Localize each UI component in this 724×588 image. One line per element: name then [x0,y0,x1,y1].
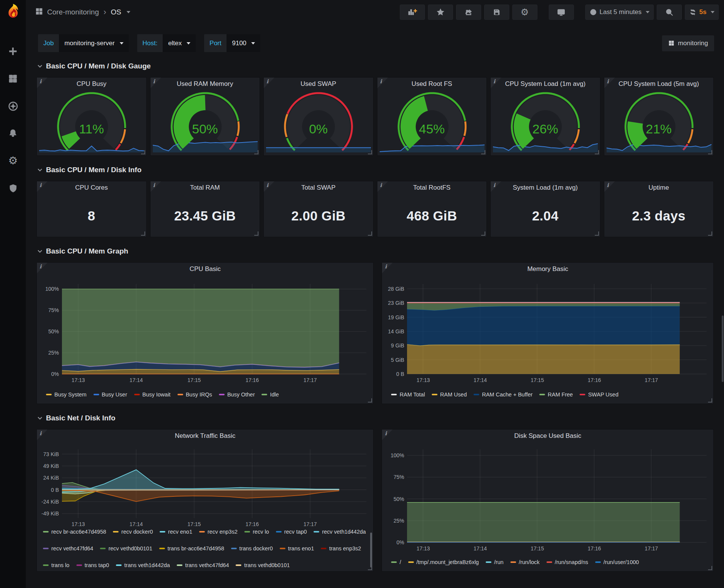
panel-info-corner[interactable] [264,78,274,88]
plus-icon[interactable] [7,46,19,57]
legend-item[interactable]: trans tap0 [76,562,109,568]
panel-resize-handle[interactable] [708,231,712,236]
panel-info-corner[interactable] [377,181,388,192]
legend-item[interactable]: recv enp3s2 [199,529,238,535]
legend-item[interactable]: Busy Iowait [134,391,171,398]
monitoring-link[interactable]: monitoring [662,35,714,51]
legend-item[interactable]: RAM Total [391,391,425,398]
disk-space-chart[interactable]: 0%25%50%75%100%17:1317:1417:1517:1617:17 [407,449,707,542]
panel-title[interactable]: Used RAM Memory [163,78,247,90]
panel-title[interactable]: CPU System Load (1m avg) [504,78,587,90]
legend-item[interactable]: /run/user/1000 [595,559,639,565]
legend-item[interactable]: recv tap0 [276,529,307,535]
panel-info-corner[interactable] [264,181,274,192]
legend-item[interactable]: recv veth1d442da [314,529,366,535]
panel-title[interactable]: Memory Basic [395,263,700,276]
panel-resize-handle[interactable] [708,398,712,403]
grafana-logo[interactable] [4,3,22,21]
panel-info-corner[interactable] [604,78,615,88]
time-range-picker[interactable]: Last 5 minutes [585,5,654,20]
filter-host[interactable]: Host:eltex [137,34,196,52]
section-header-graph[interactable]: Basic CPU / Mem Graph [37,246,714,257]
panel-title[interactable]: Network Traffic Basic [50,430,360,442]
legend-item[interactable]: trans br-acc6e47d4958 [159,545,224,552]
legend-item[interactable]: /run [486,559,504,565]
legend-item[interactable]: RAM Used [432,391,467,398]
zoom-out-button[interactable] [657,5,682,20]
legend-item[interactable]: Idle [261,391,279,398]
add-panel-button[interactable] [400,5,425,20]
panel-info-corner[interactable] [37,263,48,273]
legend-item[interactable]: trans eno1 [280,545,314,552]
alerting-bell-icon[interactable] [7,128,19,139]
panel-info-corner[interactable] [604,181,615,192]
panel-info-corner[interactable] [151,181,161,192]
panel-title[interactable]: Used Root FS [390,78,474,90]
legend-item[interactable]: / [391,559,401,565]
panel-info-corner[interactable] [382,263,393,273]
panel-title[interactable]: Used SWAP [277,78,360,90]
panel-title[interactable]: Uptime [617,181,701,194]
panel-title[interactable]: CPU System Load (5m avg) [617,78,701,90]
tv-mode-button[interactable] [549,5,574,20]
legend-item[interactable]: /tmp/.mount_jetbraBz6xlg [408,559,479,565]
legend-item[interactable]: RAM Free [539,391,573,398]
legend-item[interactable]: recv br-acc6e47d4958 [43,529,106,535]
breadcrumb-folder[interactable]: Core-monitoring [47,8,99,16]
explore-compass-icon[interactable] [7,100,19,112]
dashboard-settings-button[interactable]: ⚙ [512,5,537,20]
section-header-gauge[interactable]: Basic CPU / Mem / Disk Gauge [37,60,714,72]
panel-info-corner[interactable] [37,430,48,440]
panel-title[interactable]: Disk Space Used Basic [395,430,700,442]
panel-title[interactable]: Total RAM [163,181,247,194]
page-scrollbar[interactable] [722,315,724,382]
legend-item[interactable]: /run/lock [510,559,540,565]
filter-value-dropdown[interactable]: eltex [163,34,196,52]
panel-title[interactable]: System Load (1m avg) [504,181,587,194]
filter-value-dropdown[interactable]: monitoring-server [59,34,128,52]
legend-item[interactable]: recv eno1 [160,529,192,535]
legend-item[interactable]: trans docker0 [231,545,273,552]
section-header-info[interactable]: Basic CPU / Mem / Disk Info [37,164,714,176]
legend-item[interactable]: /run/snapd/ns [547,559,588,565]
panel-resize-handle[interactable] [481,231,485,236]
legend-item[interactable]: recv docker0 [113,529,153,535]
panel-title[interactable]: CPU Basic [50,263,360,276]
panel-resize-handle[interactable] [481,150,485,154]
network-traffic-chart[interactable]: -49 KiB-24 KiB0 B24 KiB49 KiB73 KiB17:13… [62,449,366,518]
legend-item[interactable]: RAM Cache + Buffer [474,391,532,398]
legend-item[interactable]: recv vethd0b0101 [100,545,152,552]
panel-resize-handle[interactable] [595,231,599,236]
dashboards-icon[interactable] [7,73,19,84]
panel-info-corner[interactable] [377,78,388,88]
refresh-picker[interactable]: 5s [685,5,719,20]
legend-item[interactable]: Busy IRQs [177,391,212,398]
panel-info-corner[interactable] [37,181,48,192]
legend-scrollbar[interactable] [370,533,372,567]
shield-icon[interactable] [7,182,19,194]
settings-gear-icon[interactable]: ⚙ [7,155,19,166]
panel-info-corner[interactable] [491,181,501,192]
panel-resize-handle[interactable] [595,150,599,154]
chevron-down-icon[interactable] [127,11,130,13]
panel-info-corner[interactable] [151,78,161,88]
panel-info-corner[interactable] [491,78,501,88]
legend-item[interactable]: Busy Other [219,391,255,398]
panel-resize-handle[interactable] [254,150,258,154]
panel-resize-handle[interactable] [141,231,145,236]
legend-item[interactable]: recv vethc47fd64 [43,545,93,552]
filter-port[interactable]: Port9100 [204,34,260,52]
panel-title[interactable]: CPU Cores [50,181,133,194]
legend-item[interactable]: Busy User [93,391,127,398]
panel-info-corner[interactable] [37,78,48,88]
panel-title[interactable]: CPU Busy [50,78,133,90]
save-button[interactable] [484,5,509,20]
legend-item[interactable]: Busy System [46,391,87,398]
legend-item[interactable]: trans enp3s2 [321,545,361,552]
filter-value-dropdown[interactable]: 9100 [227,34,260,52]
cpu-basic-chart[interactable]: 0%25%50%75%100%17:1317:1417:1517:1617:17 [62,284,366,374]
star-button[interactable] [428,5,453,20]
legend-item[interactable]: trans vethd0b0101 [236,562,290,568]
share-button[interactable] [456,5,481,20]
panel-resize-handle[interactable] [368,398,372,403]
